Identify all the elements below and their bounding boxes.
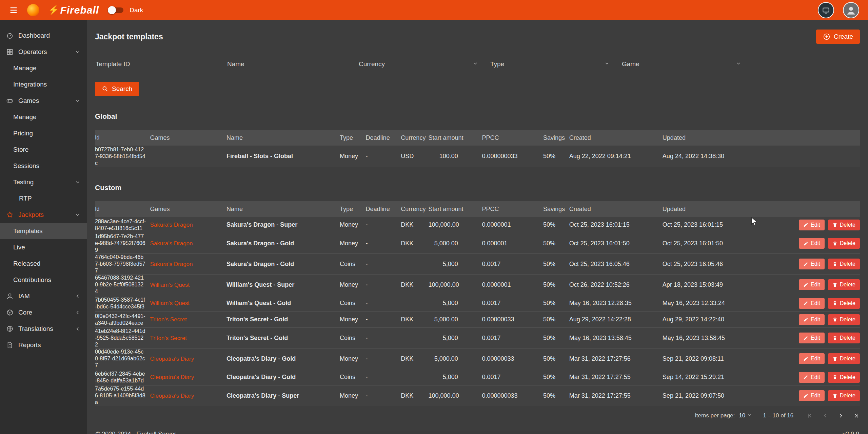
- game-link[interactable]: Sakura's Dragon: [150, 240, 193, 247]
- template-id-input[interactable]: [95, 56, 216, 72]
- game-select[interactable]: Game: [621, 56, 742, 72]
- sidebar-item-translations[interactable]: Translations: [0, 321, 87, 337]
- cell-type: Money: [340, 240, 366, 247]
- cell-id: 1d95b647-7e2b-477e-988d-747952f76069: [95, 233, 150, 253]
- cell-savings: 50%: [543, 153, 569, 160]
- sidebar-item-store[interactable]: Store: [0, 141, 87, 158]
- delete-button[interactable]: Delete: [828, 353, 860, 364]
- delete-button[interactable]: Delete: [828, 259, 860, 269]
- type-select[interactable]: Type: [490, 56, 610, 72]
- delete-button[interactable]: Delete: [828, 390, 860, 401]
- global-table-header: Id Games Name Type Deadline Currency Sta…: [95, 130, 860, 146]
- cell-ppcc: 0.000000033: [462, 392, 543, 399]
- sidebar-item-sessions[interactable]: Sessions: [0, 158, 87, 174]
- pencil-icon: [803, 282, 808, 287]
- chevron-right-icon[interactable]: [837, 412, 844, 419]
- trash-icon: [832, 301, 837, 306]
- edit-button[interactable]: Edit: [799, 353, 825, 364]
- sidebar-item-games[interactable]: Games: [0, 93, 87, 109]
- currency-select[interactable]: Currency: [358, 56, 479, 72]
- sidebar-item-integrations[interactable]: Integrations: [0, 76, 87, 93]
- edit-button[interactable]: Edit: [799, 298, 825, 309]
- sidebar-item-games-manage[interactable]: Manage: [0, 109, 87, 125]
- cell-id: 00d40ede-913e-45c0-8f57-d21d69ab62c7: [95, 348, 150, 369]
- sidebar-item-released[interactable]: Released: [0, 256, 87, 272]
- cell-ppcc: 0.0000001: [462, 221, 543, 228]
- name-input[interactable]: [226, 56, 347, 72]
- edit-button[interactable]: Edit: [799, 333, 825, 343]
- first-page-icon[interactable]: [806, 412, 813, 419]
- game-link[interactable]: Sakura's Dragon: [150, 222, 193, 228]
- sidebar-item-operators-manage[interactable]: Manage: [0, 60, 87, 76]
- game-link[interactable]: Triton's Secret: [150, 335, 186, 341]
- sidebar-item-pricing[interactable]: Pricing: [0, 125, 87, 141]
- delete-button[interactable]: Delete: [828, 333, 860, 343]
- sidebar-item-contributions[interactable]: Contributions: [0, 272, 87, 288]
- game-link[interactable]: William's Quest: [150, 300, 190, 306]
- last-page-icon[interactable]: [853, 412, 860, 419]
- delete-button[interactable]: Delete: [828, 238, 860, 249]
- chevron-left-icon[interactable]: [822, 412, 829, 419]
- cell-start-amount: 5,000.00: [429, 240, 462, 247]
- cell-name: Sakura's Dragon - Gold: [226, 261, 340, 268]
- app-avatar[interactable]: [818, 2, 834, 18]
- edit-button[interactable]: Edit: [799, 279, 825, 290]
- game-link[interactable]: Triton's Secret: [150, 316, 186, 323]
- sidebar-item-rtp[interactable]: RTP: [0, 190, 87, 207]
- edit-button[interactable]: Edit: [799, 238, 825, 249]
- edit-button[interactable]: Edit: [799, 220, 825, 230]
- sidebar-item-jackpots[interactable]: Jackpots: [0, 207, 87, 223]
- cell-name: Sakura's Dragon - Gold: [226, 240, 340, 247]
- edit-button[interactable]: Edit: [799, 314, 825, 325]
- brand-logo: [27, 4, 39, 16]
- theme-toggle[interactable]: Dark: [108, 6, 143, 14]
- search-button[interactable]: Search: [95, 82, 139, 96]
- delete-button[interactable]: Delete: [828, 220, 860, 230]
- sidebar-item-iam[interactable]: IAM: [0, 288, 87, 304]
- user-avatar[interactable]: [843, 2, 859, 18]
- pagination-range: 1 – 10 of 16: [763, 412, 793, 419]
- pencil-icon: [803, 222, 808, 227]
- cell-savings: 50%: [543, 374, 569, 381]
- cell-deadline: -: [366, 221, 401, 228]
- items-per-page-select[interactable]: 10: [737, 412, 753, 420]
- game-link[interactable]: Cleopatra's Diary: [150, 393, 194, 399]
- cell-type: Money: [340, 355, 366, 362]
- sidebar-item-core[interactable]: Core: [0, 304, 87, 321]
- sidebar-item-reports[interactable]: Reports: [0, 337, 87, 353]
- theme-switch-knob[interactable]: [108, 7, 125, 14]
- cell-deadline: -: [366, 335, 401, 342]
- sidebar-item-operators[interactable]: Operators: [0, 44, 87, 60]
- sidebar-item-dashboard[interactable]: Dashboard: [0, 27, 87, 44]
- chevron-down-icon: [75, 49, 81, 55]
- sidebar-item-templates[interactable]: Templates: [0, 223, 87, 239]
- chevron-down-icon: [736, 60, 741, 68]
- game-link[interactable]: Sakura's Dragon: [150, 261, 193, 267]
- sidebar-item-live[interactable]: Live: [0, 239, 87, 256]
- create-button[interactable]: Create: [816, 30, 860, 44]
- delete-button[interactable]: Delete: [828, 298, 860, 309]
- delete-button[interactable]: Delete: [828, 314, 860, 325]
- game-link[interactable]: Cleopatra's Diary: [150, 356, 194, 362]
- edit-button[interactable]: Edit: [799, 259, 825, 269]
- cell-id: b0727b81-7eb0-4127-9336-58b154fbd54c: [95, 146, 150, 167]
- game-link[interactable]: William's Quest: [150, 282, 190, 288]
- cell-savings: 50%: [543, 392, 569, 399]
- delete-button[interactable]: Delete: [828, 279, 860, 290]
- cell-start-amount: 5,000: [429, 374, 462, 381]
- game-link[interactable]: Cleopatra's Diary: [150, 374, 194, 380]
- cell-updated: Oct 25, 2023 16:05:46: [663, 261, 785, 268]
- menu-icon[interactable]: [9, 5, 18, 15]
- cell-ppcc: 0.00000033: [462, 355, 543, 362]
- sidebar-item-testing[interactable]: Testing: [0, 174, 87, 190]
- cell-start-amount: 5,000: [429, 335, 462, 342]
- edit-button[interactable]: Edit: [799, 372, 825, 383]
- copyright-text: © 2020-2024 - Fireball Server: [96, 431, 176, 434]
- edit-button[interactable]: Edit: [799, 390, 825, 401]
- delete-button[interactable]: Delete: [828, 372, 860, 383]
- cell-deadline: -: [366, 355, 401, 362]
- cell-id: 6eb6cf37-2845-4ebe-845e-daffa53a1b7d: [95, 371, 150, 384]
- chevron-down-icon: [473, 60, 478, 68]
- cell-deadline: -: [366, 300, 401, 307]
- cell-ppcc: 0.0017: [462, 261, 543, 268]
